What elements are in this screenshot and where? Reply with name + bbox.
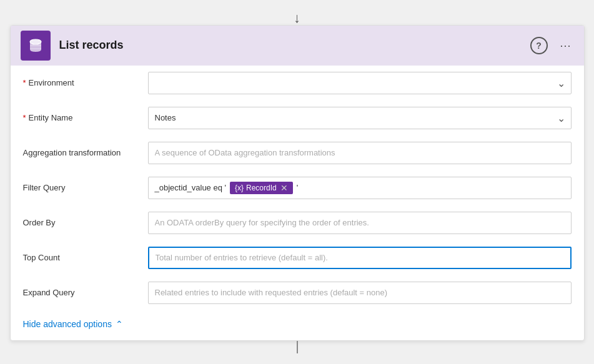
header-actions: ? ⋯	[530, 37, 574, 54]
filter-query-control: _objectid_value eq ' {x} RecordId ✕ '	[148, 177, 572, 199]
expand-query-control	[148, 282, 572, 304]
card-body: *Environment ⌄ *Entity Name	[11, 66, 584, 340]
connector-arrow-down: ↓	[294, 11, 300, 25]
entity-name-select-wrapper: Notes ⌄	[148, 107, 572, 129]
entity-name-select[interactable]: Notes	[148, 107, 572, 129]
token-brace-icon: {x}	[235, 184, 244, 192]
hide-advanced-label: Hide advanced options	[23, 319, 112, 329]
chevron-up-icon: ⌃	[116, 319, 123, 329]
more-options-button[interactable]: ⋯	[557, 37, 574, 54]
filter-query-label: Filter Query	[23, 183, 148, 192]
filter-query-box[interactable]: _objectid_value eq ' {x} RecordId ✕ '	[148, 177, 572, 199]
expand-query-input[interactable]	[148, 282, 572, 304]
entity-name-row: *Entity Name Notes ⌄	[23, 101, 572, 135]
card-title: List records	[59, 39, 530, 52]
card-icon	[21, 31, 51, 61]
filter-token-chip[interactable]: {x} RecordId ✕	[230, 182, 293, 194]
hide-advanced-button[interactable]: Hide advanced options ⌃	[23, 310, 123, 334]
filter-query-row: Filter Query _objectid_value eq ' {x} Re…	[23, 170, 572, 205]
environment-required-star: *	[23, 78, 26, 87]
database-icon	[27, 37, 44, 54]
environment-select[interactable]	[148, 72, 572, 94]
top-count-control	[148, 247, 572, 269]
token-remove-icon[interactable]: ✕	[280, 183, 288, 193]
environment-control: ⌄	[148, 72, 572, 94]
expand-query-label: Expand Query	[23, 288, 148, 297]
top-count-label: Top Count	[23, 253, 148, 262]
environment-row: *Environment ⌄	[23, 66, 572, 101]
order-by-row: Order By	[23, 205, 572, 240]
expand-query-row: Expand Query	[23, 275, 572, 310]
top-count-row: Top Count	[23, 240, 572, 275]
environment-label: *Environment	[23, 78, 148, 87]
top-count-input[interactable]	[148, 247, 572, 269]
aggregation-label: Aggregation transformation	[23, 148, 148, 157]
entity-name-label: *Entity Name	[23, 113, 148, 122]
help-button[interactable]: ?	[530, 37, 548, 54]
token-label: RecordId	[246, 184, 277, 192]
order-by-label: Order By	[23, 218, 148, 227]
aggregation-control	[148, 142, 572, 164]
more-icon: ⋯	[560, 39, 571, 52]
order-by-control	[148, 212, 572, 234]
card-header: List records ? ⋯	[11, 26, 584, 66]
aggregation-input[interactable]	[148, 142, 572, 164]
aggregation-row: Aggregation transformation	[23, 135, 572, 170]
entity-name-control: Notes ⌄	[148, 107, 572, 129]
environment-select-wrapper: ⌄	[148, 72, 572, 94]
list-records-card: List records ? ⋯ *Environment	[10, 25, 585, 341]
filter-suffix: '	[297, 183, 298, 192]
bottom-connector-line	[297, 341, 298, 353]
order-by-input[interactable]	[148, 212, 572, 234]
filter-prefix: _objectid_value eq '	[155, 183, 227, 192]
entity-required-star: *	[23, 113, 26, 122]
